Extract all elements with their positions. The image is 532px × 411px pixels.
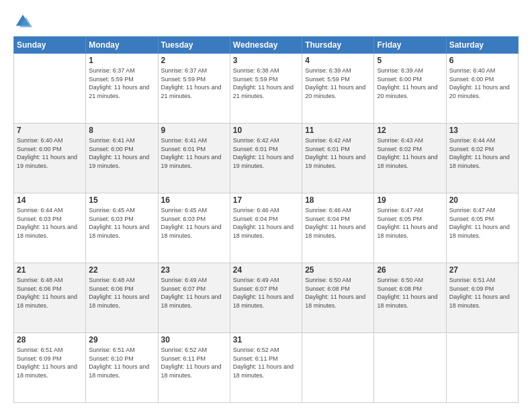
- calendar-cell: 2 Sunrise: 6:37 AMSunset: 5:59 PMDayligh…: [158, 54, 230, 124]
- calendar-week-row: 14 Sunrise: 6:44 AMSunset: 6:03 PMDaylig…: [14, 193, 519, 263]
- day-number: 13: [449, 126, 515, 135]
- day-info: Sunrise: 6:48 AMSunset: 6:06 PMDaylight:…: [89, 277, 149, 309]
- day-number: 4: [305, 56, 371, 65]
- day-info: Sunrise: 6:49 AMSunset: 6:07 PMDaylight:…: [233, 277, 294, 309]
- day-number: 6: [449, 56, 515, 65]
- weekday-header: Sunday: [14, 37, 86, 54]
- day-number: 10: [233, 126, 299, 135]
- day-number: 5: [377, 56, 443, 65]
- day-info: Sunrise: 6:37 AMSunset: 5:59 PMDaylight:…: [89, 67, 149, 99]
- calendar-cell: 27 Sunrise: 6:51 AMSunset: 6:09 PMDaylig…: [446, 263, 518, 333]
- calendar-cell: 30 Sunrise: 6:52 AMSunset: 6:11 PMDaylig…: [158, 333, 230, 403]
- day-number: 11: [305, 126, 371, 135]
- day-number: 23: [161, 265, 227, 275]
- day-number: 7: [17, 126, 83, 135]
- day-number: 9: [161, 126, 227, 135]
- calendar-cell: 21 Sunrise: 6:48 AMSunset: 6:06 PMDaylig…: [14, 263, 86, 333]
- weekday-header: Wednesday: [230, 37, 302, 54]
- day-number: 27: [449, 265, 515, 275]
- calendar-cell: 4 Sunrise: 6:39 AMSunset: 5:59 PMDayligh…: [302, 54, 374, 124]
- day-info: Sunrise: 6:39 AMSunset: 5:59 PMDaylight:…: [305, 67, 365, 99]
- day-info: Sunrise: 6:40 AMSunset: 6:00 PMDaylight:…: [449, 67, 510, 99]
- logo: [13, 12, 35, 31]
- day-info: Sunrise: 6:46 AMSunset: 6:04 PMDaylight:…: [233, 207, 294, 239]
- calendar-cell: 26 Sunrise: 6:50 AMSunset: 6:08 PMDaylig…: [374, 263, 446, 333]
- calendar-cell: 16 Sunrise: 6:45 AMSunset: 6:03 PMDaylig…: [158, 193, 230, 263]
- day-info: Sunrise: 6:42 AMSunset: 6:01 PMDaylight:…: [233, 137, 294, 169]
- day-info: Sunrise: 6:50 AMSunset: 6:08 PMDaylight:…: [377, 277, 437, 309]
- day-info: Sunrise: 6:44 AMSunset: 6:02 PMDaylight:…: [449, 137, 510, 169]
- calendar-cell: 23 Sunrise: 6:49 AMSunset: 6:07 PMDaylig…: [158, 263, 230, 333]
- weekday-header: Thursday: [302, 37, 374, 54]
- day-info: Sunrise: 6:45 AMSunset: 6:03 PMDaylight:…: [161, 207, 222, 239]
- calendar-cell: 7 Sunrise: 6:40 AMSunset: 6:00 PMDayligh…: [14, 124, 86, 193]
- calendar-week-row: 28 Sunrise: 6:51 AMSunset: 6:09 PMDaylig…: [14, 333, 519, 403]
- day-number: 31: [233, 335, 299, 345]
- day-number: 21: [17, 265, 83, 275]
- day-info: Sunrise: 6:38 AMSunset: 5:59 PMDaylight:…: [233, 67, 294, 99]
- calendar-cell: 1 Sunrise: 6:37 AMSunset: 5:59 PMDayligh…: [86, 54, 158, 124]
- day-number: 18: [305, 195, 371, 205]
- calendar-cell: [302, 333, 374, 403]
- calendar-week-row: 21 Sunrise: 6:48 AMSunset: 6:06 PMDaylig…: [14, 263, 519, 333]
- day-number: 1: [89, 56, 154, 65]
- day-number: 26: [377, 265, 443, 275]
- calendar-cell: 31 Sunrise: 6:52 AMSunset: 6:11 PMDaylig…: [230, 333, 302, 403]
- calendar-cell: 8 Sunrise: 6:41 AMSunset: 6:00 PMDayligh…: [86, 124, 158, 193]
- day-info: Sunrise: 6:52 AMSunset: 6:11 PMDaylight:…: [233, 347, 294, 379]
- day-number: 30: [161, 335, 227, 345]
- calendar-cell: 15 Sunrise: 6:45 AMSunset: 6:03 PMDaylig…: [86, 193, 158, 263]
- day-info: Sunrise: 6:48 AMSunset: 6:06 PMDaylight:…: [17, 277, 77, 309]
- calendar-cell: 13 Sunrise: 6:44 AMSunset: 6:02 PMDaylig…: [446, 124, 518, 193]
- day-info: Sunrise: 6:42 AMSunset: 6:01 PMDaylight:…: [305, 137, 365, 169]
- day-number: 28: [17, 335, 83, 345]
- day-number: 14: [17, 195, 83, 205]
- calendar-cell: 28 Sunrise: 6:51 AMSunset: 6:09 PMDaylig…: [14, 333, 86, 403]
- day-info: Sunrise: 6:44 AMSunset: 6:03 PMDaylight:…: [17, 207, 77, 239]
- day-info: Sunrise: 6:41 AMSunset: 6:00 PMDaylight:…: [89, 137, 149, 169]
- day-info: Sunrise: 6:51 AMSunset: 6:09 PMDaylight:…: [449, 277, 510, 309]
- calendar-week-row: 1 Sunrise: 6:37 AMSunset: 5:59 PMDayligh…: [14, 54, 519, 124]
- calendar-cell: 18 Sunrise: 6:46 AMSunset: 6:04 PMDaylig…: [302, 193, 374, 263]
- calendar-week-row: 7 Sunrise: 6:40 AMSunset: 6:00 PMDayligh…: [14, 124, 519, 193]
- weekday-header: Tuesday: [158, 37, 230, 54]
- day-number: 2: [161, 56, 227, 65]
- day-number: 17: [233, 195, 299, 205]
- day-info: Sunrise: 6:47 AMSunset: 6:05 PMDaylight:…: [449, 207, 510, 239]
- day-info: Sunrise: 6:52 AMSunset: 6:11 PMDaylight:…: [161, 347, 222, 379]
- page: SundayMondayTuesdayWednesdayThursdayFrid…: [0, 0, 532, 411]
- weekday-header: Friday: [374, 37, 446, 54]
- calendar-cell: 10 Sunrise: 6:42 AMSunset: 6:01 PMDaylig…: [230, 124, 302, 193]
- calendar-cell: 20 Sunrise: 6:47 AMSunset: 6:05 PMDaylig…: [446, 193, 518, 263]
- day-info: Sunrise: 6:43 AMSunset: 6:02 PMDaylight:…: [377, 137, 437, 169]
- day-info: Sunrise: 6:37 AMSunset: 5:59 PMDaylight:…: [161, 67, 222, 99]
- calendar-cell: [446, 333, 518, 403]
- calendar-cell: 22 Sunrise: 6:48 AMSunset: 6:06 PMDaylig…: [86, 263, 158, 333]
- day-number: 24: [233, 265, 299, 275]
- calendar-cell: [374, 333, 446, 403]
- calendar-cell: 24 Sunrise: 6:49 AMSunset: 6:07 PMDaylig…: [230, 263, 302, 333]
- day-info: Sunrise: 6:46 AMSunset: 6:04 PMDaylight:…: [305, 207, 365, 239]
- calendar-cell: 17 Sunrise: 6:46 AMSunset: 6:04 PMDaylig…: [230, 193, 302, 263]
- day-number: 29: [89, 335, 154, 345]
- calendar-cell: 29 Sunrise: 6:51 AMSunset: 6:10 PMDaylig…: [86, 333, 158, 403]
- day-number: 22: [89, 265, 154, 275]
- day-info: Sunrise: 6:49 AMSunset: 6:07 PMDaylight:…: [161, 277, 222, 309]
- calendar-cell: 14 Sunrise: 6:44 AMSunset: 6:03 PMDaylig…: [14, 193, 86, 263]
- calendar-cell: 3 Sunrise: 6:38 AMSunset: 5:59 PMDayligh…: [230, 54, 302, 124]
- day-info: Sunrise: 6:51 AMSunset: 6:10 PMDaylight:…: [89, 347, 149, 379]
- day-info: Sunrise: 6:50 AMSunset: 6:08 PMDaylight:…: [305, 277, 365, 309]
- day-number: 19: [377, 195, 443, 205]
- day-info: Sunrise: 6:51 AMSunset: 6:09 PMDaylight:…: [17, 347, 77, 379]
- calendar-header-row: SundayMondayTuesdayWednesdayThursdayFrid…: [14, 37, 519, 54]
- calendar-cell: 11 Sunrise: 6:42 AMSunset: 6:01 PMDaylig…: [302, 124, 374, 193]
- header: [13, 12, 519, 31]
- logo-icon: [13, 12, 32, 31]
- day-info: Sunrise: 6:41 AMSunset: 6:01 PMDaylight:…: [161, 137, 222, 169]
- day-number: 20: [449, 195, 515, 205]
- day-info: Sunrise: 6:47 AMSunset: 6:05 PMDaylight:…: [377, 207, 437, 239]
- day-number: 12: [377, 126, 443, 135]
- day-number: 3: [233, 56, 299, 65]
- calendar-cell: 6 Sunrise: 6:40 AMSunset: 6:00 PMDayligh…: [446, 54, 518, 124]
- day-number: 15: [89, 195, 154, 205]
